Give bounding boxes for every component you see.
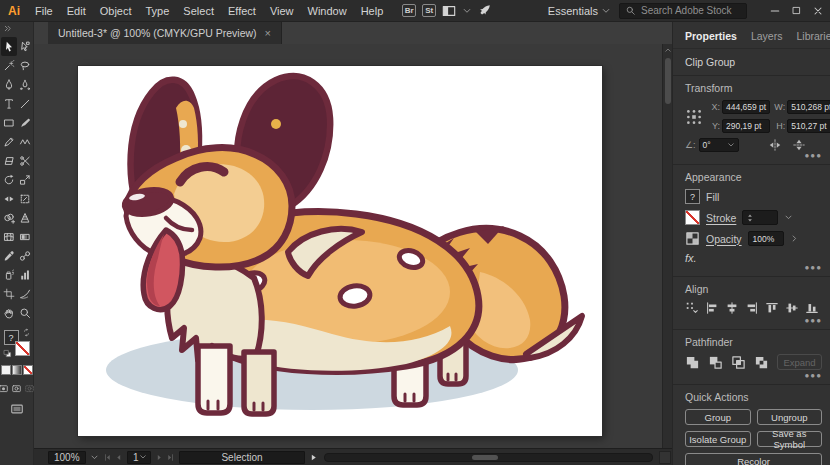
search-adobe-stock-input[interactable]: Search Adobe Stock [619,3,747,19]
selection-tool[interactable] [1,37,17,56]
swap-fill-stroke-icon[interactable] [22,328,31,337]
zoom-level[interactable]: 100% [48,451,86,464]
eyedropper-tool[interactable] [1,246,17,265]
menu-object[interactable]: Object [93,0,139,22]
maximize-button[interactable] [791,5,802,16]
canvas-pasteboard[interactable] [34,44,672,448]
menu-effect[interactable]: Effect [221,0,263,22]
opacity-label[interactable]: Opacity [706,233,742,245]
fill-color-swatch[interactable]: ? [685,189,700,204]
recolor-button[interactable]: Recolor [685,453,822,465]
stroke-color-swatch[interactable] [685,210,700,225]
menu-file[interactable]: File [28,0,60,22]
pathfinder-intersect-icon[interactable] [731,355,746,370]
stroke-label[interactable]: Stroke [706,212,736,224]
last-artboard-icon[interactable] [166,453,175,462]
y-value[interactable]: 290,19 pt [722,119,770,133]
tab-libraries[interactable]: Libraries [796,30,830,42]
width-tool[interactable] [1,189,17,208]
share-rocket-icon[interactable] [478,4,491,17]
h-value[interactable]: 510,27 pt [787,119,830,133]
none-button[interactable] [23,365,33,375]
document-tab[interactable]: Untitled-3* @ 100% (CMYK/GPU Preview) × [48,22,282,44]
close-button[interactable] [812,5,824,17]
y-field[interactable]: Y: 290,19 pt [708,119,770,133]
zoom-tool[interactable] [17,303,33,322]
group-button[interactable]: Group [685,409,751,425]
lasso-tool[interactable] [17,56,33,75]
align-bottom-icon[interactable] [805,301,819,315]
reference-point-icon[interactable] [685,108,705,126]
menu-edit[interactable]: Edit [60,0,93,22]
pathfinder-minus-front-icon[interactable] [708,355,723,370]
line-segment-tool[interactable] [17,94,33,113]
symbol-sprayer-tool[interactable] [1,265,17,284]
hand-tool[interactable] [1,303,17,322]
flip-horizontal-icon[interactable] [768,138,782,152]
paintbrush-tool[interactable] [17,113,33,132]
align-top-icon[interactable] [765,301,779,315]
stock-badge[interactable]: St [422,4,436,17]
magic-wand-tool[interactable] [1,56,17,75]
tab-properties[interactable]: Properties [685,30,737,42]
blend-tool[interactable] [17,246,33,265]
align-more-options[interactable]: ●●● [805,316,823,325]
pathfinder-exclude-icon[interactable] [754,355,769,370]
save-as-symbol-button[interactable]: Save as Symbol [757,431,823,447]
pen-tool[interactable] [1,75,17,94]
w-value[interactable]: 510,268 pt [787,100,830,114]
tab-layers[interactable]: Layers [751,30,783,42]
menu-type[interactable]: Type [139,0,177,22]
align-center-h-icon[interactable] [725,301,739,315]
workspace-switcher[interactable]: Essentials [548,5,611,17]
pathfinder-unite-icon[interactable] [685,355,700,370]
perspective-grid-tool[interactable] [17,208,33,227]
artboard[interactable] [78,66,602,436]
flip-vertical-icon[interactable] [792,138,806,152]
collapse-dock-icon[interactable] [3,24,12,33]
isolate-group-button[interactable]: Isolate Group [685,431,751,447]
next-artboard-icon[interactable] [155,453,164,462]
stepper-icon[interactable] [745,213,755,223]
artboard-tool[interactable] [1,284,17,303]
arrange-documents-icon[interactable] [442,4,456,18]
screen-mode-button[interactable] [10,402,24,416]
transform-more-options[interactable]: ●●● [805,151,823,160]
previous-artboard-icon[interactable] [114,453,123,462]
stroke-none-swatch[interactable] [15,341,30,356]
draw-behind-icon[interactable] [11,383,22,394]
menu-help[interactable]: Help [354,0,391,22]
horizontal-scroll-thumb[interactable] [472,455,498,460]
pathfinder-more-options[interactable]: ●●● [805,371,823,380]
horizontal-scrollbar[interactable] [324,453,653,462]
rotate-tool[interactable] [1,170,17,189]
menu-view[interactable]: View [263,0,301,22]
scale-tool[interactable] [17,170,33,189]
opacity-value[interactable]: 100% [748,231,784,246]
scroll-up-icon[interactable] [664,46,672,54]
align-to-icon[interactable] [685,301,699,315]
stroke-weight-stepper[interactable] [742,210,778,225]
align-right-icon[interactable] [745,301,759,315]
stroke-units-dropdown-icon[interactable] [784,213,793,222]
curvature-tool[interactable] [17,75,33,94]
zoom-dropdown-icon[interactable] [90,453,99,462]
align-left-icon[interactable] [705,301,719,315]
color-button[interactable] [1,365,11,375]
tab-close-icon[interactable]: × [265,27,271,39]
scissors-tool[interactable] [17,151,33,170]
opacity-options-icon[interactable] [790,234,799,243]
slice-tool[interactable] [17,284,33,303]
mesh-tool[interactable] [1,227,17,246]
artboard-navigation[interactable]: 1 [127,451,151,464]
x-value[interactable]: 444,659 pt [722,100,770,114]
menu-select[interactable]: Select [176,0,221,22]
expand-button[interactable]: Expand [777,354,822,370]
align-middle-v-icon[interactable] [785,301,799,315]
draw-normal-icon[interactable] [0,383,9,394]
gradient-tool[interactable] [17,227,33,246]
type-tool[interactable] [1,94,17,113]
vertical-scrollbar[interactable] [662,44,672,448]
h-field[interactable]: H: 510,27 pt [773,119,830,133]
fx-effects-button[interactable]: fx. [685,252,822,264]
